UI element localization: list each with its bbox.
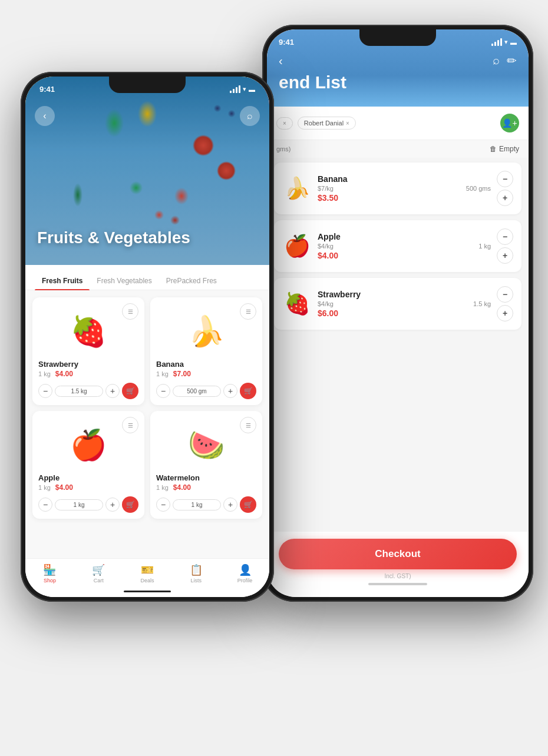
add-person-button[interactable]: 👤+: [500, 114, 519, 132]
strawberry-weight: 1 kg: [38, 370, 51, 377]
strawberry-minus[interactable]: −: [38, 384, 52, 398]
back-button[interactable]: ‹: [35, 106, 55, 126]
banana-price: $7.00: [173, 370, 191, 378]
cart-label: Cart: [94, 578, 104, 583]
strawberry-plus[interactable]: +: [105, 384, 120, 398]
tag-robert-close[interactable]: ×: [346, 120, 349, 127]
apple-meta: 1 kg $4.00: [38, 483, 138, 492]
empty-button[interactable]: 🗑 Empty: [490, 145, 519, 153]
deals-label: Deals: [140, 578, 154, 583]
apple-name: Apple: [38, 473, 138, 482]
banana-meta: 1 kg $7.00: [156, 370, 256, 378]
strawberry-name: Strawberry: [38, 360, 138, 369]
watermelon-meta: 1 kg $4.00: [156, 483, 256, 492]
banana-cart-info: Banana $7/kg $3.50: [318, 174, 460, 203]
strawberry-cart-btn[interactable]: 🛒: [122, 383, 138, 399]
apple-cart-qty: 1 kg: [478, 243, 491, 250]
phone2-status-icons: ▾ ▬: [491, 38, 517, 46]
watermelon-name: Watermelon: [156, 473, 256, 482]
strawberry-qty: 1.5 kg: [55, 386, 103, 397]
wifi-icon2: ▾: [504, 38, 508, 46]
strawberry-cart-qty: 1.5 kg: [473, 300, 491, 307]
apple-minus[interactable]: −: [38, 498, 52, 512]
apple-weight: 1 kg: [38, 484, 51, 491]
product-menu-btn-banana[interactable]: ☰: [240, 303, 256, 320]
strawberry-meta: 1 kg $4.00: [38, 370, 138, 378]
nav-cart[interactable]: 🛒 Cart: [74, 563, 123, 583]
apple-qty: 1 kg: [55, 499, 103, 510]
phone1-notch: [109, 77, 186, 93]
apple-stepper: − +: [497, 228, 513, 264]
hero-nav: ‹ ⌕: [35, 106, 260, 126]
banana-minus[interactable]: −: [156, 384, 170, 398]
product-menu-btn-strawberry[interactable]: ☰: [122, 303, 138, 320]
signal-icon2: [491, 38, 502, 46]
banana-qty: 500 gm: [173, 386, 221, 397]
home-indicator: [124, 591, 171, 592]
search-button[interactable]: ⌕: [240, 106, 260, 126]
back-button2[interactable]: ‹: [279, 54, 283, 68]
tag-1-close[interactable]: ×: [283, 120, 286, 127]
battery-icon2: ▬: [510, 39, 517, 46]
nav-lists[interactable]: 📋 Lists: [171, 563, 220, 583]
strawberry-decrease[interactable]: −: [497, 286, 513, 303]
section-header: gms) 🗑 Empty: [267, 140, 529, 158]
checkout-button[interactable]: Checkout: [279, 539, 517, 569]
tag-robert-danial[interactable]: Robert Danial ×: [298, 117, 356, 130]
banana-cart-btn[interactable]: 🛒: [240, 383, 256, 399]
strawberry-cart-info: Strawberry $4/kg $6.00: [318, 290, 467, 318]
banana-cart-name: Banana: [318, 174, 460, 184]
watermelon-cart-btn[interactable]: 🛒: [240, 496, 256, 513]
search-icon2[interactable]: ⌕: [493, 54, 500, 68]
shop-icon: 🏪: [43, 563, 56, 576]
strawberry-cart-image: 🍓: [282, 291, 312, 316]
footer-note: Incl. GST): [279, 573, 517, 579]
spend-list-title: end List: [279, 72, 517, 92]
banana-stepper: − +: [497, 171, 513, 206]
banana-plus[interactable]: +: [223, 384, 237, 398]
home-indicator2: [368, 583, 427, 585]
nav-deals[interactable]: 🎫 Deals: [123, 563, 172, 583]
tab-prepacked[interactable]: PrePacked Fres: [159, 272, 224, 290]
watermelon-minus[interactable]: −: [156, 498, 170, 512]
banana-cart-image: 🍌: [282, 176, 312, 201]
nav-profile[interactable]: 👤 Profile: [220, 563, 269, 583]
product-card-watermelon: ☰ 🍉 Watermelon 1 kg $4.00 − 1 kg +: [150, 411, 262, 519]
tag-robert-name: Robert Danial: [304, 120, 344, 127]
tag-1[interactable]: ×: [276, 117, 293, 130]
bar4: [239, 85, 240, 93]
profile-icon: 👤: [239, 563, 252, 576]
bar3b: [497, 40, 499, 46]
apple-cart-rate: $4/kg: [318, 243, 473, 250]
phone2-notch: [359, 29, 436, 46]
nav-shop[interactable]: 🏪 Shop: [25, 563, 74, 583]
trash-icon: 🗑: [490, 145, 497, 153]
cart-items-list: 🍌 Banana $7/kg $3.50 500 gms − +: [267, 158, 529, 532]
apple-decrease[interactable]: −: [497, 228, 513, 245]
section-label: gms): [276, 145, 290, 152]
apple-price: $4.00: [55, 483, 73, 492]
apple-cart-btn[interactable]: 🛒: [122, 496, 138, 513]
deals-icon: 🎫: [141, 563, 154, 576]
product-menu-btn-apple[interactable]: ☰: [122, 417, 138, 433]
phone2-nav: ‹ ⌕ ✏: [279, 54, 517, 68]
banana-increase[interactable]: +: [497, 190, 513, 206]
banana-decrease[interactable]: −: [497, 171, 513, 187]
battery-icon: ▬: [249, 86, 255, 93]
watermelon-plus[interactable]: +: [223, 498, 237, 512]
product-menu-btn-watermelon[interactable]: ☰: [240, 417, 256, 433]
strawberry-increase[interactable]: +: [497, 305, 513, 321]
tab-fresh-fruits[interactable]: Fresh Fruits: [35, 272, 90, 290]
product-card-strawberry: ☰ 🍓 Strawberry 1 kg $4.00 − 1.5 kg +: [32, 297, 144, 405]
apple-plus[interactable]: +: [105, 498, 120, 512]
banana-weight: 1 kg: [156, 370, 169, 377]
phone1-status-icons: ▾ ▬: [230, 85, 255, 93]
watermelon-price: $4.00: [173, 483, 191, 492]
strawberry-cart-rate: $4/kg: [318, 300, 467, 307]
apple-increase[interactable]: +: [497, 247, 513, 264]
tab-fresh-vegetables[interactable]: Fresh Vegetables: [90, 272, 159, 290]
edit-icon2[interactable]: ✏: [507, 54, 517, 68]
wifi-icon: ▾: [243, 85, 246, 93]
bar3: [236, 87, 237, 93]
product-card-banana: ☰ 🍌 Banana 1 kg $7.00 − 500 gm +: [150, 297, 262, 405]
